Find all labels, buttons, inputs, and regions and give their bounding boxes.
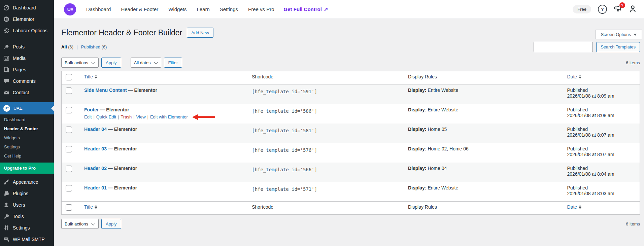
topnav-free-vs-pro[interactable]: Free vs Pro <box>248 6 274 12</box>
template-title-link[interactable]: Header 03 <box>84 146 107 151</box>
sidebar-item-label: Tools <box>13 213 24 219</box>
sidebar-item-label: Comments <box>13 78 36 84</box>
uae-submenu-item-header-footer[interactable]: Header & Footer <box>0 124 54 133</box>
sidebar-item-appearance[interactable]: Appearance <box>0 176 54 188</box>
template-title-link[interactable]: Header 01 <box>84 185 107 190</box>
filter-button[interactable]: Filter <box>164 58 182 68</box>
sidebar-item-contact[interactable]: Contact <box>0 87 54 98</box>
admin-sidebar: DashboardElementorLaborax Options PostsM… <box>0 0 54 246</box>
sidebar-item-dashboard[interactable]: Dashboard <box>0 2 54 13</box>
display-rules-value: Display: Home 02, Home 06 <box>405 143 564 163</box>
sidebar-item-users[interactable]: Users <box>0 199 54 211</box>
template-title-link[interactable]: Header 04 <box>84 127 107 132</box>
shortcode-value: [hfe_template id='591'] <box>248 84 405 104</box>
chevron-down-icon <box>634 34 637 36</box>
sidebar-item-posts[interactable]: Posts <box>0 41 54 52</box>
topnav-widgets[interactable]: Widgets <box>168 6 187 12</box>
sidebar-item-media[interactable]: Media <box>0 52 54 64</box>
row-action-trash[interactable]: Trash <box>121 114 132 119</box>
topnav-learn[interactable]: Learn <box>197 6 209 12</box>
uae-submenu-item-get-help[interactable]: Get Help <box>0 151 54 161</box>
divider: | <box>77 44 78 49</box>
divider: | <box>93 114 94 119</box>
sidebar-item-uae[interactable]: U≡ UAE <box>0 102 54 114</box>
topnav-header-footer[interactable]: Header & Footer <box>121 6 158 12</box>
row-checkbox[interactable] <box>66 185 72 191</box>
table-row: Header 03 — Elementor[hfe_template id='5… <box>62 143 640 163</box>
sidebar-item-label: Pages <box>13 67 26 73</box>
sort-by-date[interactable]: Date <box>567 204 582 210</box>
sidebar-item-tools[interactable]: Tools <box>0 211 54 222</box>
pages-icon <box>3 67 9 73</box>
row-action-edit-with-elementor[interactable]: Edit with Elementor <box>150 114 188 119</box>
sidebar-item-wp-mail-smtp[interactable]: WP Mail SMTP <box>0 234 54 245</box>
sort-icon <box>95 205 97 209</box>
screen-options-tab[interactable]: Screen Options <box>596 30 642 39</box>
row-action-quick-edit[interactable]: Quick Edit <box>96 114 116 119</box>
sidebar-item-label: Posts <box>13 44 25 50</box>
date-value: Published2026/01/08 at 8:07 am <box>564 124 640 143</box>
table-row: Header 02 — Elementor[hfe_template id='5… <box>62 163 640 182</box>
sort-by-date[interactable]: Date <box>567 74 582 79</box>
get-full-control-link[interactable]: Get Full Control↗ <box>284 6 328 12</box>
apply-button[interactable]: Apply <box>101 58 121 68</box>
row-checkbox[interactable] <box>66 146 72 152</box>
sort-by-title[interactable]: Title <box>84 74 97 79</box>
bulk-actions-select[interactable]: Bulk actions <box>61 58 99 68</box>
sidebar-item-laborax-options[interactable]: Laborax Options <box>0 25 54 36</box>
row-checkbox[interactable] <box>66 127 72 133</box>
sidebar-item-pages[interactable]: Pages <box>0 64 54 75</box>
gauge-icon <box>3 5 9 11</box>
sidebar-item-plugins[interactable]: Plugins <box>0 188 54 199</box>
search-templates-input[interactable] <box>534 42 593 52</box>
sidebar-menu-top: DashboardElementorLaborax Options <box>0 2 54 36</box>
dates-filter-select[interactable]: All dates <box>131 58 161 68</box>
wrench-icon <box>3 213 9 219</box>
display-rules-value: Display: Home 05 <box>405 124 564 143</box>
sidebar-item-label: WP Mail SMTP <box>13 236 45 242</box>
template-title-link[interactable]: Side Menu Content <box>84 87 127 93</box>
template-title-link[interactable]: Header 02 <box>84 166 107 171</box>
add-new-button[interactable]: Add New <box>187 28 213 38</box>
sidebar-menu-bottom: AppearancePluginsUsersToolsSettingsWP Ma… <box>0 176 54 245</box>
account-icon[interactable] <box>629 5 637 14</box>
select-all-checkbox[interactable] <box>66 74 72 80</box>
sort-by-title[interactable]: Title <box>84 204 97 210</box>
shortcode-value: [hfe_template id='566'] <box>248 163 405 182</box>
uae-logo-icon: U≡ <box>3 105 10 112</box>
sidebar-menu-middle: PostsMediaPagesCommentsContact <box>0 41 54 98</box>
uae-submenu-item-settings[interactable]: Settings <box>0 142 54 151</box>
page-content: Screen Options Elementor Header & Footer… <box>54 28 644 229</box>
date-value: Published2026/01/08 at 8:03 am <box>564 182 640 202</box>
filter-published[interactable]: Published <box>81 44 100 49</box>
table-row: Footer — ElementorEdit|Quick Edit|Trash|… <box>62 104 640 124</box>
help-icon[interactable]: ? <box>598 5 607 14</box>
sidebar-item-settings[interactable]: Settings <box>0 222 54 234</box>
uae-submenu-item-upgrade-to-pro[interactable]: Upgrade to Pro <box>0 163 54 174</box>
row-action-view[interactable]: View <box>136 114 146 119</box>
date-value: Published2026/01/08 at 8:07 am <box>564 143 640 163</box>
topnav-settings[interactable]: Settings <box>220 6 238 12</box>
filter-all[interactable]: All <box>61 44 67 49</box>
shortcode-value: [hfe_template id='586'] <box>248 104 405 124</box>
row-action-edit[interactable]: Edit <box>84 114 92 119</box>
sidebar-item-comments[interactable]: Comments <box>0 75 54 87</box>
row-checkbox[interactable] <box>66 87 72 94</box>
plug-icon <box>3 190 9 197</box>
display-rules-value: Display: Home 04 <box>405 163 564 182</box>
select-all-checkbox[interactable] <box>66 204 72 211</box>
bulk-actions-select[interactable]: Bulk actions <box>61 219 99 229</box>
search-templates-button[interactable]: Search Templates <box>596 42 640 52</box>
uae-submenu-item-dashboard[interactable]: Dashboard <box>0 115 54 124</box>
uae-submenu-item-widgets[interactable]: Widgets <box>0 133 54 142</box>
apply-button[interactable]: Apply <box>101 219 121 229</box>
row-checkbox[interactable] <box>66 166 72 172</box>
sidebar-item-elementor[interactable]: Elementor <box>0 13 54 25</box>
pin-icon <box>3 44 9 50</box>
table-row: Header 01 — Elementor[hfe_template id='5… <box>62 182 640 202</box>
announcements-icon[interactable]: 9 <box>614 5 622 13</box>
shortcode-value: [hfe_template id='571'] <box>248 182 405 202</box>
template-title-link[interactable]: Footer <box>84 107 99 112</box>
topnav-dashboard[interactable]: Dashboard <box>86 6 111 12</box>
row-checkbox[interactable] <box>66 107 72 113</box>
